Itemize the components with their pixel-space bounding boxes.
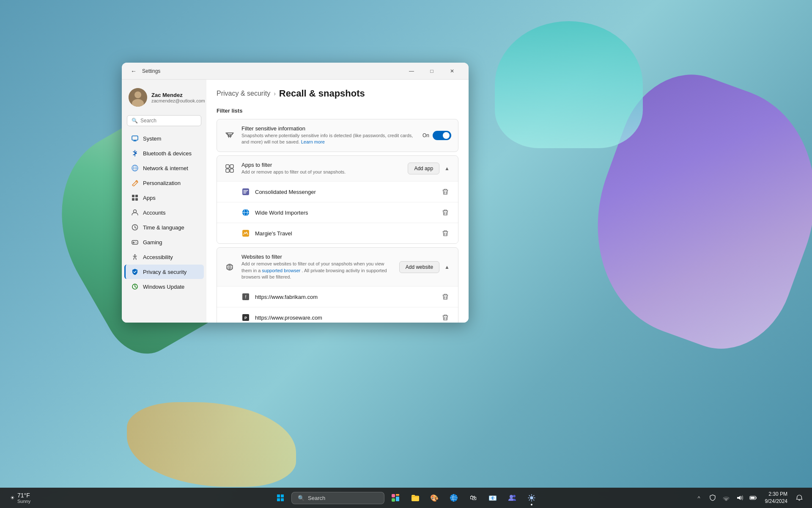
- user-profile[interactable]: Zac Mendez zacmendez@outlook.com: [122, 85, 206, 113]
- delete-worldwide-button[interactable]: [439, 207, 451, 218]
- svg-rect-22: [230, 169, 233, 172]
- svg-point-1: [134, 91, 141, 98]
- taskbar-center: 🔍 Search 🎨 🛍 📧: [272, 489, 540, 506]
- sidebar-item-bluetooth-label: Bluetooth & devices: [143, 150, 192, 157]
- clock-date: 9/24/2024: [765, 498, 787, 505]
- update-icon: [131, 283, 139, 290]
- taskbar-right: ^: [693, 489, 805, 507]
- svg-point-14: [134, 210, 137, 213]
- svg-rect-37: [281, 494, 284, 497]
- filter-sensitive-row: Filter sensitive information Snapshots w…: [217, 119, 458, 152]
- taskbar: ☀ 71°F Sunny 🔍 Search: [0, 488, 812, 508]
- weather-icon: ☀: [10, 495, 15, 501]
- sidebar-item-apps-label: Apps: [143, 195, 156, 201]
- taskbar-app-mail[interactable]: 📧: [484, 489, 501, 506]
- websites-to-filter-action: Add website ▲: [399, 261, 451, 273]
- delete-consolidated-button[interactable]: [439, 186, 451, 198]
- decorative-swirl-top: [495, 21, 643, 148]
- sidebar-item-time-label: Time & language: [143, 224, 184, 231]
- taskbar-app-widgets[interactable]: [387, 489, 404, 506]
- apps-to-filter-action: Add app ▲: [408, 163, 451, 174]
- minimize-button[interactable]: —: [402, 64, 421, 78]
- websites-chevron-icon[interactable]: ▲: [443, 262, 451, 272]
- maximize-button[interactable]: □: [422, 64, 442, 78]
- filter-sensitive-title: Filter sensitive information: [241, 125, 417, 132]
- breadcrumb-parent[interactable]: Privacy & security: [217, 90, 270, 97]
- websites-to-filter-text: Websites to filter Add or remove website…: [241, 254, 393, 280]
- sidebar-item-accounts[interactable]: Accounts: [124, 205, 204, 220]
- add-app-button[interactable]: Add app: [408, 163, 439, 174]
- sidebar-item-privacy-label: Privacy & security: [143, 269, 187, 275]
- clock[interactable]: 2:30 PM 9/24/2024: [763, 489, 790, 507]
- taskbar-search-label: Search: [308, 495, 325, 501]
- sidebar-item-bluetooth[interactable]: Bluetooth & devices: [124, 146, 204, 160]
- consolidated-messenger-name: Consolidated Messenger: [255, 189, 434, 195]
- apps-chevron-icon[interactable]: ▲: [443, 164, 451, 173]
- sidebar-item-gaming[interactable]: Gaming: [124, 235, 204, 249]
- tray-battery-icon[interactable]: [747, 492, 759, 504]
- svg-rect-43: [392, 498, 395, 502]
- close-button[interactable]: ✕: [442, 64, 462, 78]
- delete-margies-button[interactable]: [439, 227, 451, 239]
- taskbar-app-settings[interactable]: [523, 489, 540, 506]
- apps-to-filter-title: Apps to filter: [241, 162, 402, 168]
- taskbar-search[interactable]: 🔍 Search: [291, 492, 384, 504]
- svg-text:f: f: [245, 295, 247, 299]
- sidebar-item-update[interactable]: Windows Update: [124, 279, 204, 294]
- breadcrumb: Privacy & security › Recall & snapshots: [217, 88, 458, 99]
- search-box[interactable]: 🔍: [127, 115, 201, 126]
- sidebar-item-personalization[interactable]: Personalization: [124, 176, 204, 190]
- taskbar-app-teams[interactable]: [504, 489, 521, 506]
- add-website-button[interactable]: Add website: [399, 261, 439, 273]
- sidebar-item-accessibility-label: Accessibility: [143, 254, 173, 260]
- taskbar-app-paint[interactable]: 🎨: [426, 489, 443, 506]
- window-controls: — □ ✕: [402, 64, 462, 78]
- proseware-icon: P: [241, 313, 250, 322]
- apps-to-filter-card: Apps to filter Add or remove apps to fil…: [217, 155, 458, 244]
- sidebar-item-accessibility[interactable]: Accessibility: [124, 250, 204, 264]
- svg-rect-21: [226, 169, 229, 172]
- sidebar-item-system[interactable]: System: [124, 131, 204, 146]
- user-info: Zac Mendez zacmendez@outlook.com: [151, 92, 205, 103]
- websites-filter-icon: [224, 261, 236, 273]
- svg-rect-36: [277, 494, 280, 497]
- delete-proseware-button[interactable]: [439, 312, 451, 323]
- notification-bell-icon[interactable]: [793, 492, 805, 504]
- sidebar: Zac Mendez zacmendez@outlook.com 🔍 Syste…: [122, 80, 206, 323]
- time-icon: [131, 224, 139, 231]
- weather-widget[interactable]: ☀ 71°F Sunny: [7, 490, 34, 505]
- taskbar-app-browser[interactable]: [445, 489, 462, 506]
- sidebar-item-time[interactable]: Time & language: [124, 220, 204, 235]
- settings-body: Zac Mendez zacmendez@outlook.com 🔍 Syste…: [122, 80, 469, 323]
- filter-sensitive-card: Filter sensitive information Snapshots w…: [217, 119, 458, 152]
- apps-to-filter-text: Apps to filter Add or remove apps to fil…: [241, 162, 402, 175]
- wide-world-importers-name: Wide World Importers: [255, 210, 434, 216]
- sidebar-item-privacy[interactable]: Privacy & security: [124, 265, 204, 279]
- weather-condition: Sunny: [17, 499, 30, 504]
- back-button[interactable]: ←: [129, 66, 139, 76]
- taskbar-search-icon: 🔍: [298, 495, 304, 501]
- search-input[interactable]: [140, 118, 197, 124]
- gaming-icon: [131, 238, 139, 246]
- tray-security-icon[interactable]: [707, 492, 719, 504]
- tray-expand-icon[interactable]: ^: [693, 492, 705, 504]
- supported-browser-link[interactable]: supported browser: [262, 268, 300, 273]
- filter-sensitive-toggle[interactable]: [433, 131, 451, 140]
- user-name: Zac Mendez: [151, 92, 205, 98]
- system-tray: ^: [693, 492, 759, 504]
- tray-volume-icon[interactable]: [734, 492, 746, 504]
- taskbar-app-explorer[interactable]: [406, 489, 423, 506]
- sidebar-item-apps[interactable]: Apps: [124, 190, 204, 205]
- delete-fabrikam-button[interactable]: [439, 291, 451, 303]
- svg-rect-13: [135, 198, 138, 201]
- tray-network-icon[interactable]: [720, 492, 732, 504]
- filter-learn-more-link[interactable]: Learn more: [301, 139, 325, 144]
- clock-time: 2:30 PM: [765, 491, 787, 498]
- website-item-fabrikam: f https://www.fabrikam.com: [217, 287, 458, 307]
- sidebar-item-network[interactable]: Network & internet: [124, 161, 204, 175]
- sidebar-item-accounts-label: Accounts: [143, 210, 165, 216]
- start-button[interactable]: [272, 489, 289, 506]
- svg-point-49: [726, 500, 727, 501]
- taskbar-app-store[interactable]: 🛍: [465, 489, 482, 506]
- websites-to-filter-desc: Add or remove websites to filter out of …: [241, 261, 393, 280]
